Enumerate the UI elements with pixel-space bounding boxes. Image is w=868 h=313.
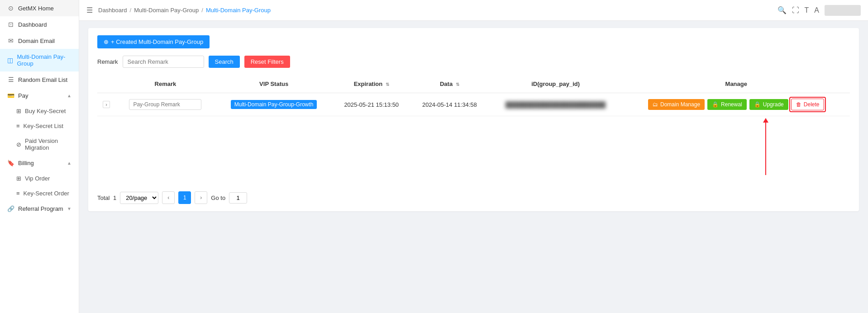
remark-cell — [115, 93, 215, 116]
arrow-area — [97, 116, 850, 184]
prev-page-button[interactable]: ‹ — [162, 191, 175, 204]
delete-button[interactable]: 🗑 Delete — [791, 99, 825, 110]
sidebar-section-referral[interactable]: 🔗 Referral Program ▼ — [0, 201, 79, 217]
sidebar-item-vip-order[interactable]: ⊞ Vip Order — [0, 171, 79, 186]
arrow-head — [763, 118, 768, 123]
domain-manage-button[interactable]: 🗂 Domain Manage — [648, 99, 705, 110]
th-expiration[interactable]: Expiration ⇅ — [332, 75, 410, 93]
chevron-up-icon: ▲ — [67, 93, 72, 98]
th-remark: Remark — [115, 75, 215, 93]
breadcrumb-sep-2: / — [201, 7, 203, 14]
sidebar-sub-label: Key-Secret List — [24, 123, 63, 129]
billing-section-label: Billing — [18, 160, 34, 166]
sidebar-item-buy-key-secret[interactable]: ⊞ Buy Key-Secret — [0, 104, 79, 119]
next-page-button[interactable]: › — [195, 191, 207, 204]
page-content: ⊕ + Created Multi-Domain Pay-Group Remar… — [79, 21, 868, 313]
page-number: 1 — [183, 194, 186, 201]
vip-status-badge: Multi-Domain Pay-Group-Growth — [231, 100, 317, 109]
page-1-button[interactable]: 1 — [178, 191, 191, 204]
table-container: Remark VIP Status Expiration ⇅ Data ⇅ iD… — [97, 75, 850, 116]
vip-status-cell: Multi-Domain Pay-Group-Growth — [215, 93, 333, 116]
breadcrumb-multi-domain[interactable]: Multi-Domain Pay-Group — [134, 7, 199, 14]
sidebar-item-label: Random Email List — [18, 76, 67, 83]
sidebar-item-getmx-home[interactable]: ⊙ GetMX Home — [0, 0, 79, 16]
search-topbar-icon[interactable]: 🔍 — [777, 6, 787, 14]
goto-input[interactable] — [229, 192, 247, 204]
delete-highlight-wrapper: 🗑 Delete — [791, 99, 825, 110]
sidebar-section-pay[interactable]: 💳 Pay ▲ — [0, 88, 79, 104]
sidebar-item-multi-domain-pay-group[interactable]: ◫ Multi-Domain Pay-Group — [0, 49, 79, 71]
sidebar-sub-label: Paid Version Migration — [25, 138, 72, 151]
th-vip-status: VIP Status — [215, 75, 333, 93]
sidebar-item-key-secret-list[interactable]: ≡ Key-Secret List — [0, 119, 79, 133]
upgrade-button[interactable]: 🔒 Upgrade — [749, 99, 788, 110]
reset-button-label: Reset Filters — [251, 58, 284, 65]
sidebar-item-label: GetMX Home — [18, 5, 54, 12]
id-cell: ████████████████████████ — [489, 93, 623, 116]
delete-icon: 🗑 — [796, 101, 801, 108]
sidebar-item-key-secret-order[interactable]: ≡ Key-Secret Order — [0, 186, 79, 201]
domain-manage-label: Domain Manage — [660, 101, 700, 108]
sidebar-item-paid-version-migration[interactable]: ⊘ Paid Version Migration — [0, 133, 79, 155]
upgrade-icon: 🔒 — [754, 101, 761, 108]
total-count: 1 — [113, 194, 116, 201]
data-table: Remark VIP Status Expiration ⇅ Data ⇅ iD… — [97, 75, 850, 116]
key-icon: ⊞ — [16, 108, 21, 114]
plus-icon: ⊕ — [104, 38, 109, 45]
expand-button[interactable]: › — [103, 101, 110, 108]
expiration-cell: 2025-05-21 15:13:50 — [332, 93, 410, 116]
list-icon: ☰ — [7, 76, 14, 83]
main-content: ☰ Dashboard / Multi-Domain Pay-Group / M… — [79, 0, 868, 313]
filter-row: Remark Search Reset Filters — [97, 56, 850, 68]
dashboard-icon: ⊡ — [7, 21, 14, 28]
topbar: ☰ Dashboard / Multi-Domain Pay-Group / M… — [79, 0, 868, 21]
sidebar-sub-label: Key-Secret Order — [24, 190, 69, 197]
create-button-label: + Created Multi-Domain Pay-Group — [111, 38, 203, 45]
chevron-down-icon: ▼ — [67, 206, 72, 211]
renewal-button[interactable]: 🔒 Renewal — [707, 99, 747, 110]
translate-icon[interactable]: A — [814, 6, 819, 14]
vip-icon: ⊞ — [16, 175, 21, 182]
upgrade-label: Upgrade — [763, 101, 784, 108]
goto-label: Go to — [211, 194, 225, 201]
avatar[interactable] — [825, 5, 861, 16]
group-pay-id: ████████████████████████ — [506, 101, 606, 108]
sidebar-sub-label: Buy Key-Secret — [25, 108, 66, 114]
pay-section-label: Pay — [18, 92, 28, 99]
breadcrumb: Dashboard / Multi-Domain Pay-Group / Mul… — [98, 7, 777, 14]
email-icon: ✉ — [7, 37, 14, 44]
manage-buttons: 🗂 Domain Manage 🔒 Renewal 🔒 — [627, 99, 846, 110]
domain-manage-icon: 🗂 — [653, 101, 658, 108]
sidebar-item-label: Multi-Domain Pay-Group — [17, 53, 72, 67]
search-remark-input[interactable] — [123, 56, 204, 68]
migrate-icon: ⊘ — [16, 141, 21, 148]
topbar-right: 🔍 ⛶ T A — [777, 5, 861, 16]
create-multi-domain-button[interactable]: ⊕ + Created Multi-Domain Pay-Group — [97, 35, 210, 48]
expiration-label: Expiration — [354, 81, 383, 87]
reset-filters-button[interactable]: Reset Filters — [244, 56, 290, 68]
main-card: ⊕ + Created Multi-Domain Pay-Group Remar… — [88, 28, 859, 211]
renewal-label: Renewal — [721, 101, 742, 108]
sidebar-item-domain-email[interactable]: ✉ Domain Email — [0, 33, 79, 49]
breadcrumb-dashboard[interactable]: Dashboard — [98, 7, 127, 14]
remark-input[interactable] — [129, 99, 201, 110]
font-icon[interactable]: T — [805, 6, 809, 14]
search-button[interactable]: Search — [209, 56, 240, 68]
page-size-select[interactable]: 20/page 10/page 50/page — [120, 192, 158, 204]
delete-label: Delete — [804, 101, 820, 108]
sidebar-item-random-email-list[interactable]: ☰ Random Email List — [0, 71, 79, 88]
pagination-row: Total 1 20/page 10/page 50/page ‹ 1 › Go… — [97, 191, 850, 204]
menu-icon[interactable]: ☰ — [86, 6, 93, 14]
data-sort-icon: ⇅ — [456, 82, 459, 87]
breadcrumb-sep-1: / — [130, 7, 132, 14]
breadcrumb-current: Multi-Domain Pay-Group — [206, 7, 271, 14]
th-id: iD(group_pay_id) — [489, 75, 623, 93]
sidebar-section-billing[interactable]: 🔖 Billing ▲ — [0, 155, 79, 171]
sidebar-item-label: Dashboard — [18, 21, 47, 28]
sidebar-sub-label: Vip Order — [25, 175, 50, 182]
th-data[interactable]: Data ⇅ — [410, 75, 489, 93]
sidebar: ⊙ GetMX Home ⊡ Dashboard ✉ Domain Email … — [0, 0, 79, 313]
sidebar-item-dashboard[interactable]: ⊡ Dashboard — [0, 16, 79, 33]
th-manage: Manage — [623, 75, 850, 93]
fullscreen-icon[interactable]: ⛶ — [792, 6, 799, 14]
